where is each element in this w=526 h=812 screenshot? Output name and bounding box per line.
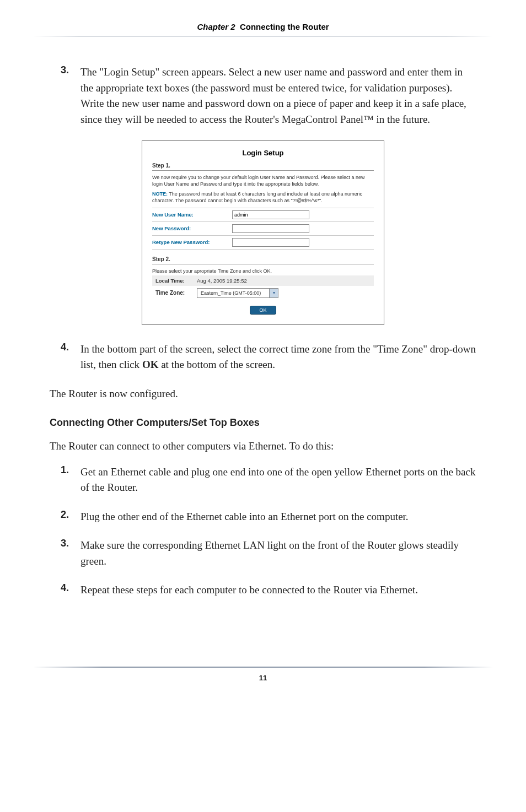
step-number: 3.	[50, 538, 80, 569]
login-setup-screenshot: Login Setup Step 1. We now require you t…	[142, 140, 384, 325]
page-number: 11	[0, 668, 526, 710]
substep-2: 2. Plug the other end of the Ethernet ca…	[50, 509, 476, 525]
ss-pass-row: New Password:	[152, 221, 374, 235]
step-3: 3. The "Login Setup" screen appears. Sel…	[50, 64, 476, 127]
step4-after: at the bottom of the screen.	[158, 359, 275, 370]
retype-password-input[interactable]	[232, 238, 309, 247]
chevron-down-icon: ▾	[269, 289, 278, 297]
page-header: Chapter 2 Connecting the Router	[0, 0, 526, 42]
step-4: 4. In the bottom part of the screen, sel…	[50, 342, 476, 373]
header-divider	[33, 36, 493, 37]
screenshot-title: Login Setup	[152, 149, 374, 157]
step-number: 4.	[50, 582, 80, 598]
time-zone-selected: Eastern_Time (GMT-05:00)	[197, 290, 269, 296]
sub3-before: Make sure the corresponding Ethernet	[80, 539, 243, 551]
ss-step2-text: Please select your apropriate Time Zone …	[152, 268, 374, 274]
new-user-name-label: New User Name:	[152, 212, 232, 218]
local-time-value: Aug 4, 2005 19:25:52	[197, 278, 247, 284]
step4-before: In the bottom part of the screen, select…	[80, 343, 476, 371]
step-number: 3.	[50, 64, 80, 127]
step-text: Repeat these steps for each computer to …	[80, 582, 418, 598]
section-heading: Connecting Other Computers/Set Top Boxes	[50, 417, 476, 429]
local-time-row: Local Time: Aug 4, 2005 19:25:52	[152, 275, 374, 286]
chapter-prefix: Chapter 2	[197, 22, 235, 31]
chapter-name: Connecting the Router	[240, 22, 329, 31]
ss-intro-text: We now require you to change your defaul…	[152, 174, 374, 187]
substep-3: 3. Make sure the corresponding Ethernet …	[50, 538, 476, 569]
step-text: Make sure the corresponding Ethernet LAN…	[80, 538, 476, 569]
page-footer: 11	[0, 667, 526, 710]
step-number: 1.	[50, 464, 80, 496]
step-text: Plug the other end of the Ethernet cable…	[80, 509, 409, 525]
substep-4: 4. Repeat these steps for each computer …	[50, 582, 476, 598]
step-number: 2.	[50, 509, 80, 525]
router-configured: The Router is now configured.	[50, 386, 476, 402]
time-zone-select[interactable]: Eastern_Time (GMT-05:00) ▾	[197, 288, 278, 298]
ss-retype-row: Retype New Password:	[152, 235, 374, 250]
step4-ok: OK	[142, 359, 159, 370]
step-number: 4.	[50, 342, 80, 373]
ok-button-wrap: OK	[152, 306, 374, 315]
ok-button[interactable]: OK	[250, 306, 276, 315]
retype-password-label: Retype New Password:	[152, 239, 232, 245]
section-intro: The Router can connect to other computer…	[50, 439, 476, 454]
time-zone-label: Time Zone:	[155, 290, 197, 296]
sub3-lan: LAN	[243, 539, 265, 551]
substep-1: 1. Get an Ethernet cable and plug one en…	[50, 464, 476, 496]
ss-step1-label: Step 1.	[152, 163, 374, 171]
step-text: The "Login Setup" screen appears. Select…	[80, 64, 476, 127]
ss-user-row: New User Name:	[152, 208, 374, 221]
ss-note: NOTE: The password must be at least 6 ch…	[152, 191, 374, 204]
ss-step2-label: Step 2.	[152, 256, 374, 264]
step-text: Get an Ethernet cable and plug one end i…	[80, 464, 476, 496]
chapter-title: Chapter 2 Connecting the Router	[0, 22, 526, 31]
ss-note-prefix: NOTE:	[152, 191, 168, 197]
local-time-label: Local Time:	[155, 278, 197, 284]
new-password-label: New Password:	[152, 225, 232, 231]
new-password-input[interactable]	[232, 224, 309, 233]
time-zone-row: Time Zone: Eastern_Time (GMT-05:00) ▾	[152, 286, 374, 298]
new-user-name-input[interactable]	[232, 210, 309, 219]
ss-note-text: The password must be at least 6 characte…	[152, 191, 362, 203]
step-text: In the bottom part of the screen, select…	[80, 342, 476, 373]
